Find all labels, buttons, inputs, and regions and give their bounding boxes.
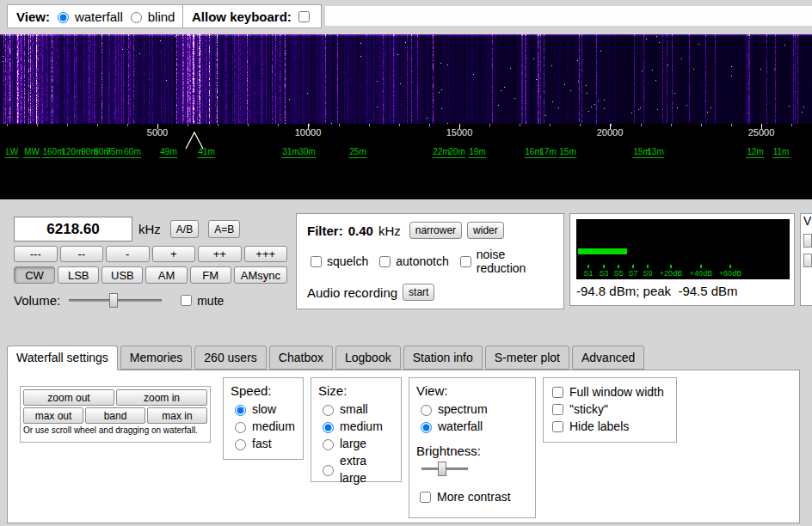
size-option-small[interactable]: small (318, 401, 394, 418)
speed-slow-radio[interactable] (235, 405, 246, 416)
mode-usb-button[interactable]: USB (102, 266, 143, 284)
frequency-row: kHz A/B A=B (14, 217, 287, 242)
max-out-button[interactable]: max out (23, 407, 83, 424)
step-down-3-button[interactable]: --- (14, 246, 58, 262)
right-clipped-button-2[interactable] (803, 254, 812, 267)
size-option-medium[interactable]: medium (318, 418, 394, 435)
mute-checkbox[interactable] (181, 295, 192, 306)
autonotch-checkbox[interactable] (379, 256, 391, 267)
band-marker[interactable]: 60m (123, 147, 141, 158)
tab-smeter-plot[interactable]: S-meter plot (485, 346, 569, 370)
tab-chatbox[interactable]: Chatbox (269, 346, 333, 370)
mode-lsb-button[interactable]: LSB (58, 266, 99, 284)
scale-minor-tick (127, 124, 128, 126)
band-marker[interactable]: 20m (447, 147, 465, 158)
right-clipped-button-1[interactable] (803, 234, 812, 248)
band-marker[interactable]: 12m (746, 147, 764, 158)
tab-logbook[interactable]: Logbook (335, 346, 401, 370)
view-spectrum-radio[interactable] (421, 405, 432, 416)
max-in-button[interactable]: max in (147, 407, 207, 424)
ab-copy-button[interactable]: A=B (208, 220, 240, 238)
full-window-width-control[interactable]: Full window width (549, 383, 671, 401)
sticky-control[interactable]: "sticky" (549, 401, 671, 418)
mode-am-button[interactable]: AM (145, 266, 187, 284)
sticky-checkbox[interactable] (552, 404, 563, 415)
frequency-scale[interactable]: 500010000150002000025000LWMW160m120m90m8… (0, 124, 812, 199)
view-blind-radio[interactable] (131, 12, 142, 23)
recording-start-button[interactable]: start (403, 284, 434, 301)
speed-fast-radio[interactable] (235, 439, 246, 450)
band-marker[interactable]: LW (5, 147, 19, 158)
scale-minor-tick (67, 124, 68, 126)
size-large-radio[interactable] (323, 439, 334, 450)
size-small-radio[interactable] (323, 405, 334, 416)
tab-users[interactable]: 260 users (194, 346, 266, 370)
speed-option-fast[interactable]: fast (231, 435, 296, 452)
brightness-slider[interactable] (421, 462, 468, 476)
scale-tick-label: 15000 (446, 127, 473, 138)
mode-cw-button[interactable]: CW (14, 266, 55, 284)
size-option-extra-large[interactable]: extra large (318, 452, 394, 486)
size-extra-large-radio[interactable] (323, 465, 334, 476)
speed-medium-radio[interactable] (235, 422, 246, 433)
noise-reduction-checkbox[interactable] (460, 256, 471, 267)
view-waterfall-label: waterfall (438, 418, 483, 435)
ab-toggle-button[interactable]: A/B (170, 220, 199, 238)
band-marker[interactable]: 75m (105, 147, 123, 158)
step-up-1-button[interactable]: + (152, 246, 196, 262)
squelch-control: squelch (307, 254, 368, 270)
keyboard-checkbox[interactable] (298, 11, 310, 22)
band-marker[interactable]: MW (23, 147, 40, 158)
waterfall-display[interactable] (0, 34, 812, 124)
tab-memories[interactable]: Memories (120, 346, 192, 370)
band-marker[interactable]: 30m (298, 147, 316, 158)
band-marker[interactable]: 17m (538, 147, 557, 158)
view-option-waterfall[interactable]: waterfall (416, 418, 528, 435)
right-clipped-label: V (803, 214, 811, 228)
speed-label: Speed: (231, 383, 296, 398)
mode-fm-button[interactable]: FM (190, 266, 231, 284)
tab-station-info[interactable]: Station info (403, 346, 483, 370)
autonotch-control: autonotch (376, 254, 449, 270)
size-medium-radio[interactable] (323, 422, 334, 433)
band-marker[interactable]: 19m (468, 147, 486, 158)
volume-slider[interactable] (69, 293, 162, 308)
dsp-options-row: squelch autonotch noise reduction (307, 248, 553, 275)
band-marker[interactable]: 11m (772, 147, 790, 158)
more-contrast-control[interactable]: More contrast (416, 488, 528, 505)
view-waterfall-radio[interactable] (58, 12, 69, 23)
squelch-checkbox[interactable] (311, 256, 322, 267)
tab-advanced[interactable]: Advanced (572, 346, 644, 370)
view-option-spectrum[interactable]: spectrum (416, 401, 528, 418)
tab-waterfall-settings[interactable]: Waterfall settings (7, 346, 118, 370)
step-down-2-button[interactable]: -- (60, 246, 104, 262)
band-marker[interactable]: 15m (558, 147, 576, 158)
hide-labels-checkbox[interactable] (552, 421, 563, 432)
band-marker[interactable]: 41m (197, 147, 215, 158)
brightness-slider-thumb[interactable] (438, 462, 446, 476)
step-up-3-button[interactable]: +++ (244, 246, 288, 262)
noise-reduction-control: noise reduction (457, 248, 553, 275)
step-down-1-button[interactable]: - (106, 246, 150, 262)
view-waterfall-radio-2[interactable] (421, 422, 432, 433)
zoom-out-button[interactable]: zoom out (23, 389, 114, 406)
band-button[interactable]: band (85, 407, 145, 424)
speed-option-slow[interactable]: slow (231, 401, 296, 418)
volume-slider-thumb[interactable] (109, 293, 118, 308)
band-marker[interactable]: 13m (646, 147, 664, 158)
frequency-input[interactable] (14, 217, 132, 242)
mode-buttons-row: CW LSB USB AM FM AMsync (14, 266, 287, 284)
narrower-button[interactable]: narrower (409, 222, 462, 239)
speed-slow-label: slow (252, 401, 276, 418)
speed-option-medium[interactable]: medium (231, 418, 296, 435)
band-marker[interactable]: 49m (159, 147, 177, 158)
wider-button[interactable]: wider (467, 222, 504, 239)
zoom-in-button[interactable]: zoom in (116, 389, 207, 406)
full-window-width-checkbox[interactable] (552, 387, 563, 398)
step-up-2-button[interactable]: ++ (198, 246, 242, 262)
more-contrast-checkbox[interactable] (420, 492, 431, 503)
size-option-large[interactable]: large (318, 435, 394, 452)
band-marker[interactable]: 25m (348, 147, 366, 158)
mode-amsync-button[interactable]: AMsync (234, 266, 287, 284)
hide-labels-control[interactable]: Hide labels (549, 418, 671, 435)
